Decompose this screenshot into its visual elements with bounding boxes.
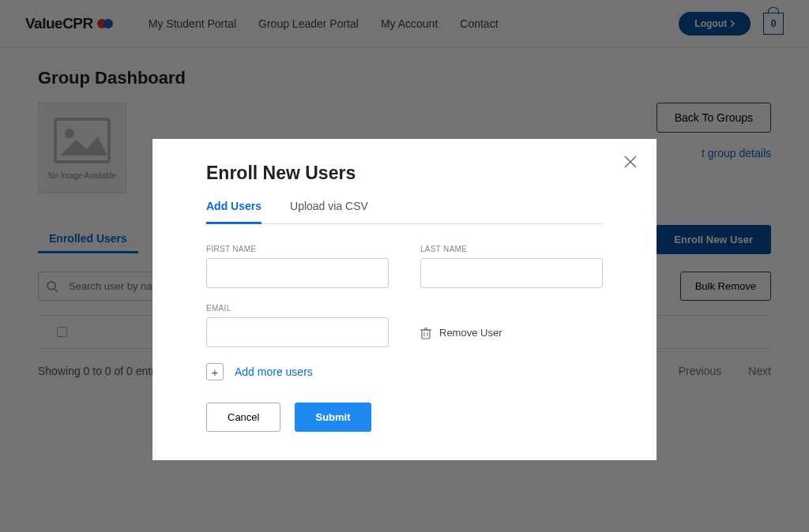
cancel-button[interactable]: Cancel	[206, 403, 280, 432]
modal-tabs: Add Users Upload via CSV	[206, 200, 603, 224]
remove-user-label: Remove User	[439, 327, 502, 339]
first-name-input[interactable]	[206, 258, 389, 288]
modal-overlay[interactable]: Enroll New Users Add Users Upload via CS…	[0, 0, 809, 532]
svg-rect-8	[422, 330, 430, 339]
close-icon	[623, 155, 638, 169]
tab-upload-csv[interactable]: Upload via CSV	[290, 200, 368, 223]
first-name-field: First Name	[206, 245, 389, 288]
last-name-label: Last Name	[420, 245, 603, 253]
trash-icon	[420, 327, 431, 339]
submit-button[interactable]: Submit	[295, 403, 371, 432]
last-name-field: Last Name	[420, 245, 603, 288]
email-field: Email	[206, 304, 389, 347]
email-input[interactable]	[206, 317, 389, 347]
modal-title: Enroll New Users	[206, 163, 603, 184]
add-more-label: Add more users	[235, 365, 313, 378]
add-more-users-button[interactable]: + Add more users	[206, 363, 603, 380]
close-button[interactable]	[623, 155, 638, 169]
first-name-label: First Name	[206, 245, 389, 253]
plus-icon: +	[206, 363, 224, 380]
remove-user-button[interactable]: Remove User	[420, 304, 603, 347]
last-name-input[interactable]	[420, 258, 603, 288]
email-label: Email	[206, 304, 389, 313]
name-row: First Name Last Name	[206, 245, 603, 288]
enroll-modal: Enroll New Users Add Users Upload via CS…	[152, 139, 657, 460]
modal-actions: Cancel Submit	[206, 403, 603, 432]
tab-add-users[interactable]: Add Users	[206, 200, 262, 224]
email-row: Email Remove User	[206, 304, 603, 347]
